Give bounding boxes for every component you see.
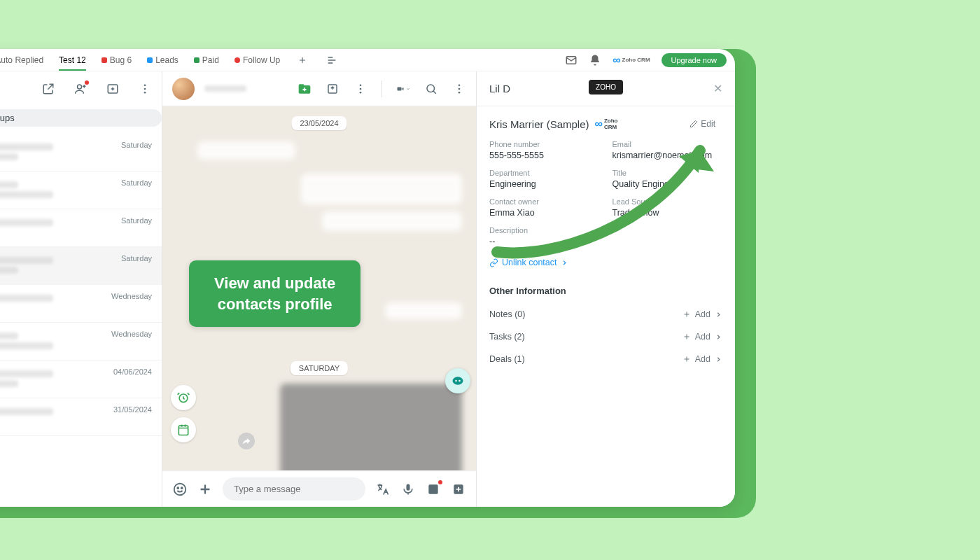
more-icon[interactable] [138, 82, 152, 96]
export-icon[interactable] [326, 82, 340, 96]
chat-item[interactable]: 31/05/2024 [0, 398, 162, 436]
svg-rect-10 [398, 87, 402, 90]
tab-paid[interactable]: Paid [194, 55, 219, 65]
svg-point-21 [177, 487, 178, 489]
tab-bug[interactable]: Bug 6 [102, 55, 132, 65]
quick-add-icon[interactable] [451, 482, 466, 497]
message-input[interactable] [223, 477, 365, 500]
avatar[interactable] [172, 78, 195, 100]
field-phone: Phone number 555-555-5555 [489, 140, 600, 160]
tab-auto-replied[interactable]: Auto Replied [0, 55, 43, 65]
template-icon[interactable] [426, 482, 441, 497]
svg-point-19 [458, 380, 461, 382]
chat-item[interactable]: Wednesday [0, 323, 162, 360]
add-contact-icon[interactable] [74, 82, 88, 96]
svg-point-12 [458, 84, 461, 86]
svg-point-5 [144, 92, 146, 94]
bot-icon[interactable] [445, 368, 470, 393]
svg-point-17 [453, 377, 463, 385]
svg-point-20 [174, 483, 186, 495]
field-owner: Contact owner Emma Xiao [489, 197, 600, 218]
add-deal-button[interactable]: Add [682, 354, 722, 364]
tab-follow-up[interactable]: Follow Up [234, 55, 280, 65]
deals-row[interactable]: Deals (1) Add [489, 348, 722, 370]
svg-point-18 [455, 380, 457, 382]
chat-item[interactable]: 04/06/2024 [0, 360, 162, 398]
svg-point-11 [427, 85, 435, 92]
svg-point-9 [360, 91, 362, 93]
chat-list-panel: Groups Saturday Saturday Saturday Saturd… [0, 71, 162, 507]
date-separator: SATURDAY [290, 361, 348, 375]
other-info-heading: Other Information [489, 286, 722, 296]
emoji-icon[interactable] [172, 482, 188, 497]
svg-point-3 [144, 84, 146, 86]
svg-rect-24 [428, 484, 438, 493]
contact-name: Kris Marrier (Sample) [489, 118, 589, 130]
notes-row[interactable]: Notes (0) Add [489, 303, 722, 326]
tab-leads[interactable]: Leads [147, 55, 178, 65]
svg-point-14 [458, 91, 461, 93]
chat-item[interactable]: Saturday [0, 209, 162, 247]
tasks-row[interactable]: Tasks (2) Add [489, 326, 722, 348]
edit-button[interactable]: Edit [690, 119, 715, 129]
new-window-icon[interactable] [106, 82, 120, 96]
chat-item[interactable]: Wednesday [0, 285, 162, 323]
zoho-crm-badge[interactable]: ∞Zoho CRM [612, 54, 650, 66]
chat-item[interactable]: Saturday [0, 247, 162, 285]
crm-panel-title: Lil D [489, 83, 510, 94]
svg-point-7 [360, 84, 362, 86]
translate-icon[interactable] [375, 482, 391, 497]
close-icon[interactable]: ✕ [713, 82, 722, 95]
calendar-icon[interactable] [171, 417, 196, 442]
field-title: Title Quality Engineer [612, 169, 723, 189]
zoho-crm-link-badge[interactable]: ∞ZohoCRM [595, 118, 618, 130]
attach-icon[interactable] [197, 482, 213, 497]
top-tabs-bar: ad 5 Auto Replied Test 12 Bug 6 Leads Pa… [0, 49, 735, 71]
alarm-icon[interactable] [171, 385, 196, 410]
tab-settings-icon[interactable] [325, 53, 339, 67]
chat-item[interactable]: Saturday [0, 172, 162, 209]
mic-icon[interactable] [400, 482, 416, 497]
svg-point-13 [458, 88, 461, 90]
tab-test[interactable]: Test 12 [59, 55, 86, 65]
search-icon[interactable] [424, 82, 438, 96]
field-description: Description -- [489, 226, 722, 246]
zoho-tooltip: ZOHO [589, 80, 623, 94]
conversation-panel: 23/05/2024 View and update contacts prof… [162, 71, 476, 507]
unlink-contact-link[interactable]: Unlink contact [489, 258, 722, 267]
svg-point-22 [181, 487, 183, 489]
video-call-button[interactable] [396, 82, 410, 96]
svg-point-4 [144, 88, 146, 90]
add-tab-button[interactable] [295, 53, 309, 67]
add-task-button[interactable]: Add [682, 332, 722, 342]
field-department: Department Engineering [489, 169, 600, 189]
conv-more-icon[interactable] [354, 82, 368, 96]
chat-item[interactable]: Saturday [0, 134, 162, 172]
svg-point-1 [78, 85, 82, 89]
add-folder-icon[interactable] [298, 82, 312, 96]
svg-rect-23 [407, 484, 410, 490]
groups-filter-pill[interactable]: Groups [0, 109, 162, 127]
svg-point-8 [360, 88, 362, 90]
svg-rect-16 [178, 426, 188, 435]
bell-icon[interactable] [589, 54, 601, 66]
forward-icon[interactable] [238, 433, 255, 449]
field-lead-source: Lead Source Trade Show [612, 197, 723, 218]
mail-icon[interactable] [565, 54, 578, 66]
field-email: Email krismarrier@noemail.com [612, 140, 723, 160]
add-note-button[interactable]: Add [682, 309, 722, 319]
annotation-callout: View and update contacts profile [189, 260, 360, 327]
crm-panel: Lil D ✕ Kris Marrier (Sample) ∞ZohoCRM E… [476, 71, 735, 507]
upgrade-button[interactable]: Upgrade now [662, 53, 727, 67]
new-chat-icon[interactable] [41, 82, 55, 96]
conv-menu-icon[interactable] [452, 82, 466, 96]
date-separator: 23/05/2024 [291, 116, 346, 130]
